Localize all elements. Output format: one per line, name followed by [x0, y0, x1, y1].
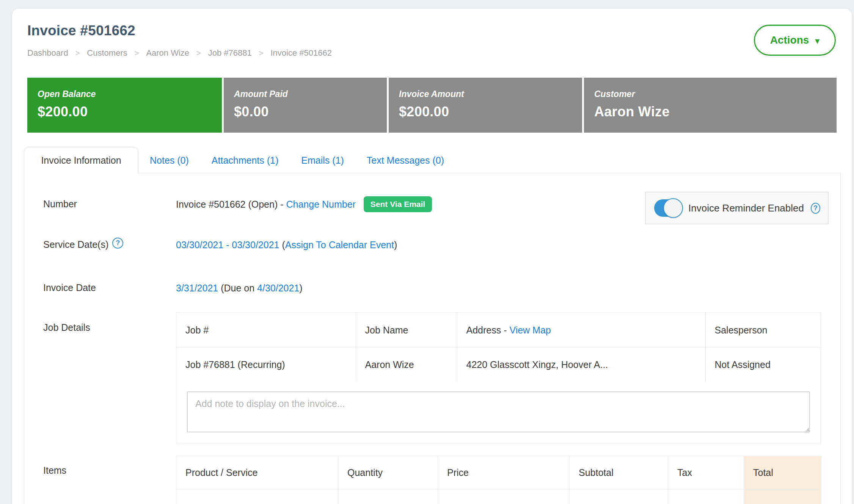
page-header: Invoice #501662 Dashboard > Customers > …: [12, 9, 852, 59]
paren-close: ): [299, 283, 302, 293]
invoice-reminder-box: Invoice Reminder Enabled ?: [645, 192, 829, 224]
invoice-number-text: Invoice #501662 (Open) -: [176, 199, 286, 210]
service-dates-label: Service Date(s)?: [43, 236, 176, 251]
stat-value: $200.00: [399, 104, 582, 120]
tab-emails[interactable]: Emails (1): [290, 148, 355, 173]
job-address-cell: 4220 Glasscott Xingz, Hoover A...: [457, 347, 705, 382]
total-header: Total: [744, 456, 821, 490]
sent-via-email-badge: Sent Via Email: [364, 196, 432, 212]
change-number-link[interactable]: Change Number: [286, 199, 355, 210]
breadcrumb-invoice: Invoice #501662: [270, 48, 331, 58]
breadcrumb-customer-name[interactable]: Aaron Wize: [146, 48, 189, 58]
items-label: Items: [43, 456, 176, 476]
product-service-header: Product / Service: [176, 456, 338, 490]
caret-down-icon: ▾: [815, 36, 819, 45]
stat-label: Open Balance: [38, 89, 222, 99]
invoice-date-label: Invoice Date: [43, 280, 176, 293]
invoice-information-panel: Invoice Reminder Enabled ? Number Invoic…: [24, 173, 841, 504]
job-details-row: Job Details Job # Job Name Address - Vie…: [24, 312, 840, 443]
quantity-header: Quantity: [338, 456, 438, 490]
actions-button[interactable]: Actions ▾: [754, 25, 836, 56]
stat-label: Customer: [594, 89, 837, 99]
stat-value: $200.00: [38, 104, 222, 120]
breadcrumb-job[interactable]: Job #76881: [208, 48, 252, 58]
invoice-date-value: 3/31/2021 (Due on 4/30/2021): [176, 280, 303, 296]
item-total-cell: $200.00: [744, 490, 821, 504]
item-price-cell: $200.00 / Ea: [438, 490, 570, 504]
tab-bar: Invoice Information Notes (0) Attachment…: [24, 147, 841, 173]
tab-notes[interactable]: Notes (0): [138, 148, 200, 173]
number-label: Number: [43, 196, 176, 210]
item-product-link[interactable]: Monthy Rate: [185, 502, 239, 504]
address-header-text: Address -: [466, 325, 510, 335]
item-row: Monthy Rate 1.00 $200.00 / Ea $200.00 $0…: [176, 490, 821, 504]
price-header: Price: [438, 456, 570, 490]
actions-button-label: Actions: [770, 34, 809, 46]
question-mark-icon[interactable]: ?: [811, 203, 820, 214]
question-mark-icon[interactable]: ?: [112, 238, 123, 249]
stat-amount-paid: Amount Paid $0.00: [224, 78, 387, 133]
items-table: Product / Service Quantity Price Subtota…: [176, 456, 821, 504]
job-table-header-row: Job # Job Name Address - View Map Salesp…: [176, 313, 821, 347]
invoice-reminder-toggle[interactable]: [654, 199, 681, 217]
breadcrumb-dashboard[interactable]: Dashboard: [27, 48, 68, 58]
chevron-right-icon: >: [259, 49, 264, 58]
item-product-cell: Monthy Rate: [176, 490, 338, 504]
assign-calendar-event-link[interactable]: Assign To Calendar Event: [285, 239, 394, 250]
chevron-right-icon: >: [196, 49, 201, 58]
paren-open: (: [282, 239, 285, 250]
service-dates-link[interactable]: 03/30/2021 - 03/30/2021: [176, 239, 279, 250]
job-number-header: Job #: [176, 313, 356, 347]
page: Invoice #501662 Dashboard > Customers > …: [0, 0, 854, 504]
job-name-header: Job Name: [356, 313, 457, 347]
items-header-row: Product / Service Quantity Price Subtota…: [176, 456, 821, 490]
invoice-date-row: Invoice Date 3/31/2021 (Due on 4/30/2021…: [24, 280, 840, 296]
tab-text-messages[interactable]: Text Messages (0): [355, 148, 455, 173]
items-row: Items Product / Service Quantity Price S…: [24, 456, 840, 504]
toggle-knob: [663, 198, 683, 218]
job-salesperson-cell: Not Assigned: [705, 347, 821, 382]
number-value: Invoice #501662 (Open) - Change Number S…: [176, 196, 432, 213]
stat-invoice-amount: Invoice Amount $200.00: [389, 78, 582, 133]
paren-close: ): [394, 239, 397, 250]
tab-attachments[interactable]: Attachments (1): [200, 148, 290, 173]
stat-customer: Customer Aaron Wize: [584, 78, 837, 133]
tax-header: Tax: [668, 456, 744, 490]
stat-label: Invoice Amount: [399, 89, 582, 99]
invoice-reminder-label: Invoice Reminder Enabled: [688, 202, 804, 214]
stat-label: Amount Paid: [234, 89, 387, 99]
stat-open-balance: Open Balance $200.00: [27, 78, 222, 133]
chevron-right-icon: >: [75, 49, 80, 58]
due-date-link[interactable]: 4/30/2021: [257, 283, 299, 293]
job-number-cell: Job #76881 (Recurring): [176, 347, 356, 382]
due-on-text: (Due on: [221, 283, 257, 293]
item-subtotal-cell: $200.00: [570, 490, 668, 504]
invoice-date-link[interactable]: 3/31/2021: [176, 283, 218, 293]
stats-bar: Open Balance $200.00 Amount Paid $0.00 I…: [27, 78, 837, 133]
stat-value: $0.00: [234, 104, 387, 120]
job-details-container: Job # Job Name Address - View Map Salesp…: [176, 312, 821, 443]
service-dates-label-text: Service Date(s): [43, 239, 108, 250]
chevron-right-icon: >: [135, 49, 139, 58]
salesperson-header: Salesperson: [705, 313, 821, 347]
subtotal-header: Subtotal: [570, 456, 668, 490]
job-table-row: Job #76881 (Recurring) Aaron Wize 4220 G…: [176, 347, 821, 382]
breadcrumb: Dashboard > Customers > Aaron Wize > Job…: [27, 47, 837, 59]
job-name-cell: Aaron Wize: [356, 347, 457, 382]
items-table-container: Product / Service Quantity Price Subtota…: [176, 456, 821, 504]
stat-value: Aaron Wize: [594, 104, 837, 120]
page-title: Invoice #501662: [27, 22, 837, 39]
job-details-table: Job # Job Name Address - View Map Salesp…: [176, 313, 821, 382]
view-map-link[interactable]: View Map: [509, 325, 551, 335]
tab-invoice-information[interactable]: Invoice Information: [24, 147, 138, 173]
service-dates-value: 03/30/2021 - 03/30/2021 (Assign To Calen…: [176, 236, 397, 253]
job-details-label: Job Details: [43, 312, 176, 333]
invoice-note-input[interactable]: [187, 391, 810, 432]
invoice-card: Invoice #501662 Dashboard > Customers > …: [12, 9, 852, 504]
service-dates-row: Service Date(s)? 03/30/2021 - 03/30/2021…: [24, 236, 840, 253]
item-tax-cell: $0.00: [668, 490, 744, 504]
item-quantity-cell: 1.00: [338, 490, 438, 504]
address-header: Address - View Map: [457, 313, 705, 347]
breadcrumb-customers[interactable]: Customers: [87, 48, 127, 58]
